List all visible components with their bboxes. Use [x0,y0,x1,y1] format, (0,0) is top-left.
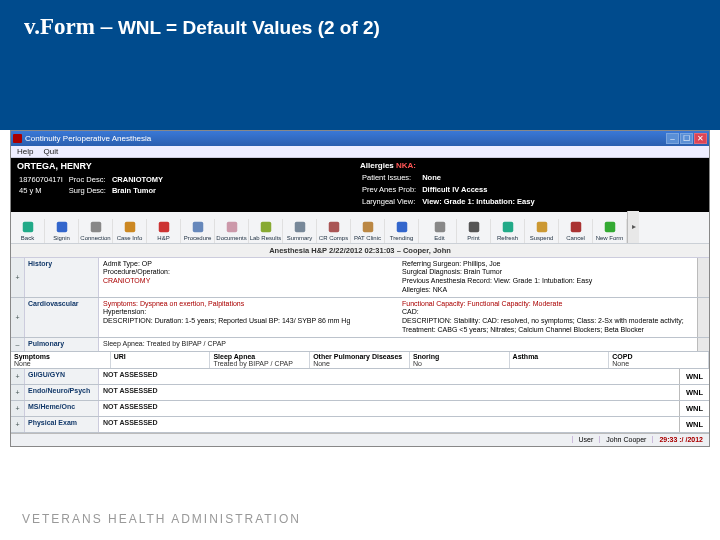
toolbar-cancel[interactable]: Cancel [559,219,593,243]
toolbar-label: New Form [596,235,624,241]
toolbar-h-p[interactable]: H&P [147,219,181,243]
toolbar-scroll-right[interactable]: ▸ [627,211,639,243]
toolbar-signin[interactable]: Signin [45,219,79,243]
toolbar-trending[interactable]: Trending [385,219,419,243]
svg-rect-14 [502,221,513,232]
toolbar-lab-results[interactable]: Lab Results [249,219,283,243]
toolbar-print[interactable]: Print [457,219,491,243]
section-label: Cardiovascular [25,298,99,337]
toolbar-case-info[interactable]: Case Info [113,219,147,243]
text: Procedure/Operation: [103,268,394,277]
toolbar-back[interactable]: Back [11,219,45,243]
toolbar: BackSigninConnectionCase InfoH&PProcedur… [11,212,709,244]
print-icon [466,219,482,235]
back-icon [20,219,36,235]
symptom-cell: Asthma [510,352,610,368]
slide-header: v.Form – WNL = Default Values (2 of 2) [0,0,720,130]
text: Allergies: NKA [402,286,447,293]
wnl-button[interactable]: WNL [679,417,709,432]
close-button[interactable]: ✕ [694,133,707,144]
symptom-header: Other Pulmonary Diseases [313,353,406,360]
toolbar-refresh[interactable]: Refresh [491,219,525,243]
wnl-button[interactable]: WNL [679,369,709,384]
expand-icon[interactable]: + [11,385,25,400]
toolbar-label: Trending [390,235,413,241]
maximize-button[interactable]: ☐ [680,133,693,144]
expand-icon[interactable]: + [11,369,25,384]
toolbar-label: Documents [216,235,246,241]
issues-label: Patient Issues: [362,173,420,183]
expand-icon[interactable]: + [11,417,25,432]
surg-label: Surg Desc: [69,186,110,196]
toolbar-documents[interactable]: Documents [215,219,249,243]
case-info-icon [122,219,138,235]
minimize-button[interactable]: – [666,133,679,144]
expand-icon[interactable]: + [11,298,25,337]
section-label: Endo/Neuro/Psych [25,385,99,400]
toolbar-connection[interactable]: Connection [79,219,113,243]
refresh-icon [500,219,516,235]
section-status: NOT ASSESSED [99,401,389,416]
procedure-icon [190,219,206,235]
statusbar: User John Cooper 29:33 :/ /2012 [11,433,709,446]
scrollbar[interactable] [697,258,709,297]
svg-rect-6 [226,221,237,232]
prev-label: Prev Anes Prob: [362,185,420,195]
toolbar-label: Edit [434,235,444,241]
collapse-icon[interactable]: – [11,338,25,351]
toolbar-new-form[interactable]: New Form [593,219,627,243]
symptom-header: Snoring [413,353,506,360]
text: Admit Type: OP [103,260,394,269]
section-status: NOT ASSESSED [99,417,389,432]
symptom-cell: COPDNone [609,352,709,368]
proc-label: Proc Desc: [69,175,110,185]
symptom-cell: URI [111,352,211,368]
cr-comps-icon [326,219,342,235]
expand-icon[interactable]: + [11,258,25,297]
lary-label: Laryngeal View: [362,197,420,207]
scrollbar[interactable] [697,338,709,351]
lab-results-icon [258,219,274,235]
documents-icon [224,219,240,235]
toolbar-label: Summary [287,235,313,241]
toolbar-procedure[interactable]: Procedure [181,219,215,243]
toolbar-label: H&P [157,235,169,241]
user-name: John Cooper [606,436,646,443]
symptom-value: No [413,360,506,367]
scrollbar[interactable] [697,298,709,337]
section-label: GI/GU/GYN [25,369,99,384]
toolbar-label: Case Info [117,235,143,241]
text: DESCRIPTION: Duration: 1-5 years; Report… [103,317,394,326]
wnl-button[interactable]: WNL [679,401,709,416]
toolbar-suspend[interactable]: Suspend [525,219,559,243]
patient-ssn: 1876070417I [19,175,67,185]
symptom-header: Asthma [513,353,606,360]
section-label: MS/Heme/Onc [25,401,99,416]
symptom-value: Treated by BIPAP / CPAP [213,360,306,367]
toolbar-label: Signin [53,235,70,241]
wnl-button[interactable]: WNL [679,385,709,400]
text: DESCRIPTION: Stability: CAD: resolved, n… [402,317,693,335]
toolbar-pat-clinic[interactable]: PAT Clinic [351,219,385,243]
toolbar-summary[interactable]: Summary [283,219,317,243]
menu-help[interactable]: Help [17,147,33,156]
svg-rect-9 [328,221,339,232]
toolbar-label: Refresh [497,235,518,241]
allergies-label: Allergies [360,161,394,170]
trending-icon [394,219,410,235]
edit-icon [432,219,448,235]
symptom-cell: Other Pulmonary DiseasesNone [310,352,410,368]
text: Previous Anesthesia Record: View: Grade … [402,277,592,284]
toolbar-edit[interactable]: Edit [423,219,457,243]
menu-quit[interactable]: Quit [43,147,58,156]
section-ms-heme-onc: +MS/Heme/OncNOT ASSESSEDWNL [11,401,709,417]
expand-icon[interactable]: + [11,401,25,416]
svg-rect-13 [468,221,479,232]
section-status: NOT ASSESSED [99,385,389,400]
menubar: Help Quit [11,146,709,158]
title-prefix: v.Form – [24,14,118,39]
section-label: Pulmonary [25,338,99,351]
titlebar[interactable]: Continuity Perioperative Anesthesia – ☐ … [11,131,709,146]
toolbar-cr-comps[interactable]: CR Comps [317,219,351,243]
patient-bar: ORTEGA, HENRY 1876070417I Proc Desc: CRA… [11,158,709,212]
